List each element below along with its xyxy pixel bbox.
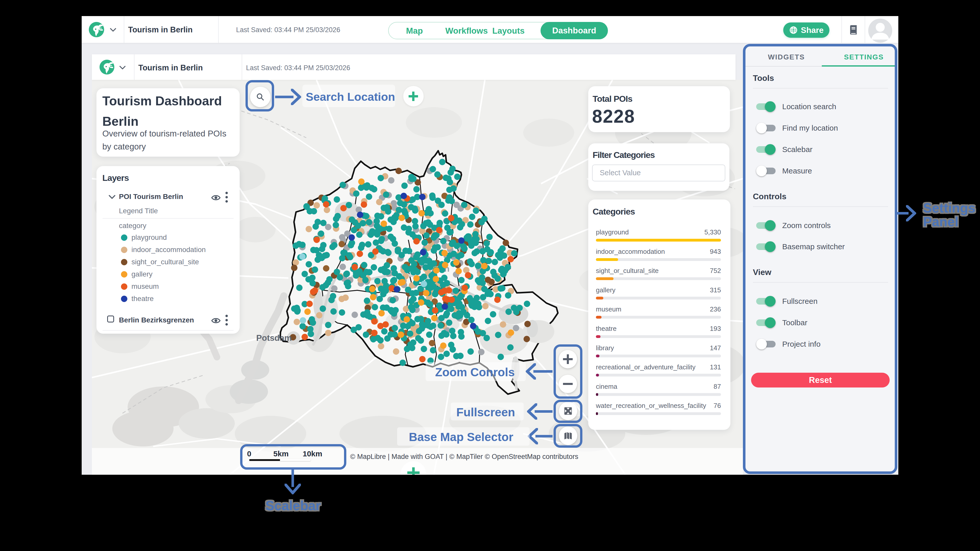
svg-text:Potsdam: Potsdam [256,333,292,343]
